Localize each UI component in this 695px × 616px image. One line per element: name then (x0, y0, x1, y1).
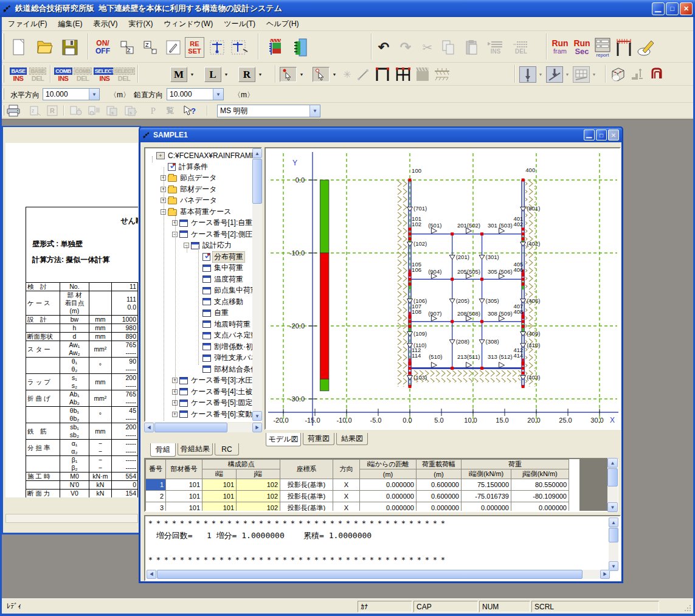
select-member-button[interactable] (313, 67, 330, 82)
select-insert-button[interactable]: SELECT INS (95, 66, 114, 84)
select-node-dropdown[interactable]: ▼ (298, 67, 305, 82)
section-wall-button[interactable] (266, 36, 286, 59)
tree-item[interactable]: +ケース番号[4]:土被り (172, 386, 261, 398)
portal-frame-button[interactable] (373, 66, 392, 83)
tree-tab-2[interactable]: RC (215, 443, 239, 455)
cut-button[interactable]: ✂ (421, 37, 434, 58)
tree-item[interactable]: +ケース番号[5]:固定積 (172, 397, 261, 409)
copy-button[interactable] (440, 37, 456, 58)
scroll-right-icon[interactable]: ▶ (252, 423, 262, 432)
combo-dropdown-icon[interactable]: ▼ (309, 105, 320, 117)
tree-tab-1[interactable]: 骨組結果 (178, 443, 213, 455)
edit-pencil-button[interactable] (636, 36, 655, 59)
tree-item[interactable]: 節点集中荷重 (195, 285, 259, 296)
minimize-button[interactable]: ▁ (652, 2, 665, 15)
tree-item[interactable]: +ケース番号[1]:自重 (172, 217, 254, 229)
tree-item[interactable]: +部材データ (161, 184, 218, 195)
model-plot[interactable]: -20.0-15.0-10.0-5.00.05.010.015.020.025.… (265, 147, 621, 430)
menu-item-3[interactable]: 実行(X) (123, 17, 158, 31)
console-v-scrollbar[interactable]: ▲ ▼ (609, 517, 618, 571)
sample1-close-button[interactable]: ✕ (608, 130, 619, 140)
doc-h-scrollbar[interactable] (5, 514, 138, 523)
run-section-button[interactable]: RunSec (572, 37, 592, 58)
load-vertical-dropdown[interactable]: ▼ (538, 66, 544, 83)
tree-item[interactable]: +合成ケース (161, 420, 218, 422)
truss-button[interactable] (433, 66, 451, 83)
tree-item[interactable]: +C:¥FCENAX¥RAINFRAME¥SA (149, 150, 262, 161)
combo-dropdown-icon[interactable]: ▼ (89, 89, 99, 100)
print-button[interactable] (5, 104, 22, 117)
open-file-button[interactable] (35, 37, 55, 58)
save-button[interactable] (61, 37, 79, 58)
scroll-down-icon[interactable]: ▼ (609, 561, 618, 571)
copy-page-s-button[interactable]: s (105, 104, 120, 117)
section-pile-button[interactable] (292, 36, 309, 59)
tree-item[interactable]: 部材結合条件( (195, 364, 261, 375)
scroll-up-icon[interactable]: ▲ (252, 148, 262, 158)
scroll-up-icon[interactable]: ▲ (609, 517, 618, 527)
base-delete-button[interactable]: BASE DEL (28, 66, 47, 84)
new-file-button[interactable] (11, 37, 28, 58)
copy-page-s2-button[interactable]: s (123, 104, 139, 117)
node-move-button[interactable] (230, 37, 249, 58)
toolbar-grip[interactable] (2, 105, 4, 116)
r-mode-dropdown[interactable]: ▼ (257, 67, 264, 82)
l-mode-button[interactable]: L (204, 67, 221, 82)
report-view-button[interactable]: R (45, 104, 60, 117)
tree-tab-0[interactable]: 骨組 (150, 443, 176, 457)
page-setup-a-button[interactable] (68, 104, 84, 117)
report-button[interactable]: report (593, 36, 612, 59)
menu-item-1[interactable]: 編集(E) (52, 17, 88, 31)
redo-button[interactable]: ↷ (398, 37, 413, 58)
table-row[interactable]: 3 101101102 投影長(基準)X 0.0000000.0000000.0… (146, 502, 569, 513)
burst-tool-icon[interactable]: ✳ (341, 67, 354, 82)
scroll-down-icon[interactable]: ▼ (252, 411, 262, 421)
vertical-spacing-combo[interactable]: 10.000▼ (167, 88, 224, 100)
tree-item[interactable]: −基本荷重ケース (161, 206, 233, 218)
plot-tab-1[interactable]: 荷重図 (303, 433, 334, 445)
scroll-thumb[interactable] (252, 159, 262, 204)
scroll-left-icon[interactable]: ◀ (144, 423, 154, 432)
tree-item[interactable]: 集中荷重 (195, 262, 244, 274)
page-setup-b-button[interactable] (86, 104, 102, 117)
select-node-button[interactable] (280, 67, 297, 82)
document-window[interactable]: せん断 壁形式 : 単独壁 計算方法: 擬似一体計算 検 討 No. 11 ケ … (2, 126, 141, 535)
tree-item[interactable]: −ケース番号[2]:側圧 (172, 229, 254, 240)
tree-item[interactable]: +バネデータ (161, 195, 218, 206)
load-grid-dropdown[interactable]: ▼ (591, 66, 597, 83)
member-tool-button[interactable] (356, 67, 370, 82)
menu-item-5[interactable]: ツール(T) (218, 17, 261, 31)
frame-model-button[interactable] (614, 36, 634, 59)
load-slope-button[interactable] (546, 66, 563, 83)
section-view-button[interactable] (629, 66, 646, 83)
delete-row-button[interactable]: DEL (511, 37, 531, 58)
menu-item-6[interactable]: ヘルプ(H) (261, 17, 305, 31)
table-v-scrollbar[interactable]: ▲ ▼ (607, 458, 618, 512)
select-delete-button[interactable]: SELECT DEL (114, 66, 134, 84)
tree-item[interactable]: 割増係数·初期 (195, 341, 261, 353)
zoom-out-button[interactable]: Z (141, 37, 159, 58)
tree-item[interactable]: 計算条件 (161, 161, 209, 173)
scroll-up-icon[interactable]: ▲ (607, 458, 618, 468)
scroll-left-icon[interactable]: ◀ (147, 570, 156, 579)
l-mode-dropdown[interactable]: ▼ (223, 67, 230, 82)
run-frame-button[interactable]: Runfram (550, 37, 570, 58)
comb-insert-button[interactable]: COMB INS (54, 66, 73, 84)
tree-v-scrollbar[interactable]: ▲ ▼ (252, 148, 262, 421)
maximize-button[interactable]: □ (666, 2, 679, 15)
tree-item[interactable]: +ケース番号[6]:変動荷 (172, 409, 261, 420)
close-button[interactable]: ✕ (680, 2, 693, 15)
tree-item[interactable]: 支点移動 (195, 296, 244, 308)
plot-tab-0[interactable]: モデル図 (266, 433, 301, 446)
font-combo[interactable]: MS 明朝▼ (217, 105, 320, 117)
menu-item-4[interactable]: ウィンドウ(W) (158, 17, 218, 31)
solid-view-button[interactable] (609, 66, 626, 83)
tree-item[interactable]: 地震時荷重 (195, 319, 252, 330)
multi-frame-button[interactable] (394, 66, 412, 83)
zoom-window-button[interactable]: Z (118, 37, 136, 58)
base-insert-button[interactable]: BASE INS (9, 66, 28, 84)
console-h-scrollbar[interactable]: ◀ ▶ (147, 570, 610, 579)
toolbar-grip[interactable] (2, 33, 4, 60)
scroll-thumb[interactable] (609, 528, 618, 542)
m-mode-button[interactable]: M (170, 67, 187, 82)
